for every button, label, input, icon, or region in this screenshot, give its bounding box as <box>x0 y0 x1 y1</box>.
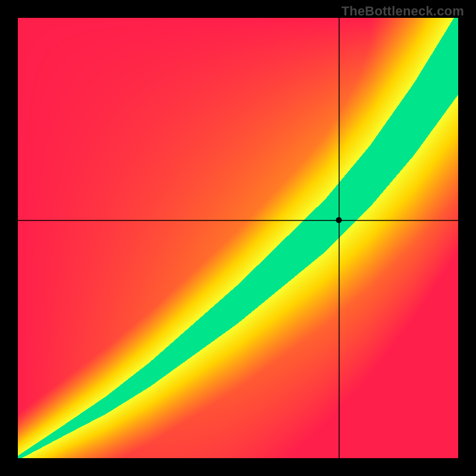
chart-container: TheBottleneck.com <box>0 0 476 476</box>
attribution-label: TheBottleneck.com <box>342 4 464 19</box>
heatmap-canvas <box>18 18 458 458</box>
